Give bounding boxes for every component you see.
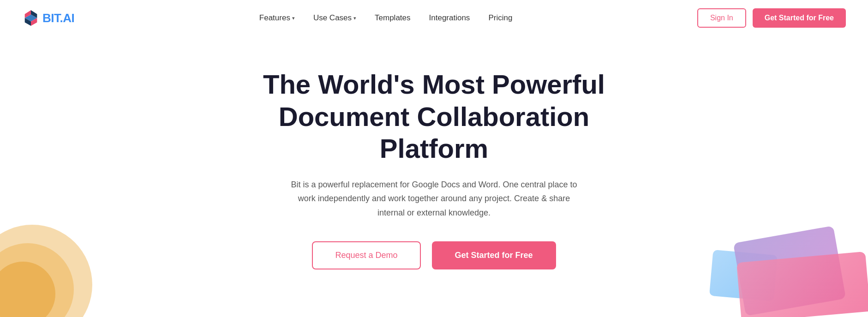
features-chevron-icon: ▾	[292, 15, 295, 21]
logo-icon	[22, 9, 40, 27]
hero-buttons: Request a Demo Get Started for Free	[312, 241, 556, 269]
request-demo-button[interactable]: Request a Demo	[312, 241, 420, 269]
logo[interactable]: BIT.AI	[22, 9, 74, 27]
hero-headline: The World's Most Powerful Document Colla…	[254, 68, 614, 165]
nav-item-use-cases[interactable]: Use Cases ▾	[313, 13, 356, 23]
get-started-hero-button[interactable]: Get Started for Free	[432, 241, 556, 269]
get-started-nav-button[interactable]: Get Started for Free	[753, 8, 846, 28]
nav-item-integrations[interactable]: Integrations	[429, 13, 470, 23]
nav-item-templates[interactable]: Templates	[375, 13, 410, 23]
nav-actions: Sign In Get Started for Free	[697, 8, 846, 28]
hero-section: The World's Most Powerful Document Colla…	[0, 36, 868, 297]
nav-links: Features ▾ Use Cases ▾ Templates Integra…	[259, 13, 513, 23]
signin-button[interactable]: Sign In	[697, 8, 746, 28]
nav-item-features[interactable]: Features ▾	[259, 13, 295, 23]
hero-subtext: Bit is a powerful replacement for Google…	[284, 178, 584, 220]
logo-text: BIT.AI	[42, 11, 74, 25]
nav-item-pricing[interactable]: Pricing	[488, 13, 512, 23]
use-cases-chevron-icon: ▾	[353, 15, 356, 21]
navbar: BIT.AI Features ▾ Use Cases ▾ Templates …	[0, 0, 868, 36]
